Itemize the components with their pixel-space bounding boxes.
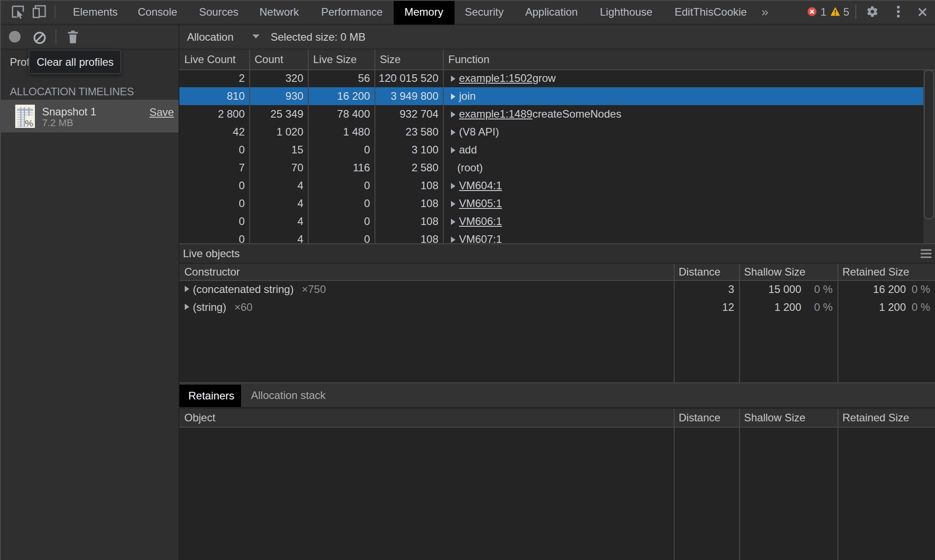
- svg-text:%: %: [25, 118, 34, 128]
